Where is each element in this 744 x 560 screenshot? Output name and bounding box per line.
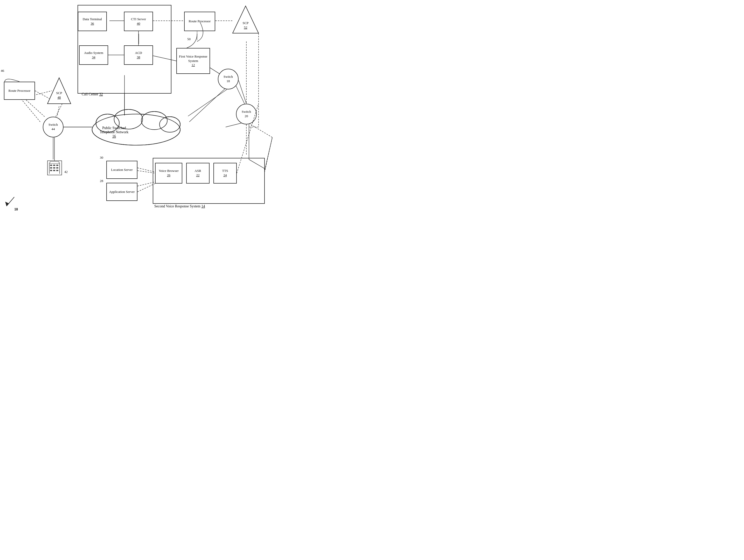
svg-text:Call Center 32: Call Center 32: [82, 92, 103, 96]
svg-rect-57: [53, 167, 55, 169]
asr-num: 22: [196, 173, 200, 178]
svg-rect-56: [50, 167, 52, 169]
audio-system-num: 34: [92, 55, 96, 60]
ref-50-label: 50: [187, 37, 191, 41]
first-vrs-label: First Voice Response System: [177, 54, 210, 63]
svg-line-42: [264, 138, 272, 171]
svg-rect-53: [50, 164, 52, 166]
acd-label: ACD: [135, 51, 142, 55]
app-server-box: Application Server: [106, 183, 138, 201]
route-processor-2-box: Route Processor: [4, 82, 35, 100]
voice-browser-label: Voice Browser: [159, 169, 179, 173]
asr-label: ASR: [194, 169, 201, 173]
fig-label: 10: [14, 208, 18, 212]
scp48-container: SCP 48: [46, 76, 72, 106]
svg-text:52: 52: [244, 26, 248, 29]
route-processor-1-box: Route Processor: [184, 12, 215, 31]
switch20-num: 20: [245, 114, 248, 118]
tts-label: TTS: [222, 169, 228, 173]
switch44-num: 44: [51, 127, 55, 132]
audio-system-box: Audio System 34: [79, 45, 108, 65]
svg-line-41: [246, 122, 272, 138]
svg-rect-54: [53, 164, 55, 166]
svg-rect-59: [50, 170, 52, 171]
data-terminal-num: 36: [91, 22, 94, 26]
ref-30-label: 30: [100, 155, 103, 160]
svg-line-34: [21, 99, 40, 122]
first-vrs-num: 12: [192, 63, 195, 67]
switch20-label: Switch: [242, 110, 251, 114]
scp52-triangle-svg: SCP 52: [231, 5, 260, 36]
phone-icon: [46, 159, 63, 176]
location-server-label: Location Server: [111, 168, 133, 172]
cti-server-label: CTI Server: [131, 17, 146, 22]
svg-text:48: 48: [58, 96, 61, 99]
svg-rect-58: [56, 167, 58, 169]
switch44-label: Switch: [48, 123, 58, 127]
asr-box: ASR 22: [186, 163, 210, 184]
svg-text:SCP: SCP: [243, 21, 249, 25]
switch18-num: 18: [227, 79, 230, 83]
switch18-circle: Switch 18: [218, 69, 238, 89]
svg-marker-64: [5, 202, 9, 206]
cti-server-num: 40: [137, 22, 140, 26]
svg-text:Public Switched: Public Switched: [102, 126, 126, 130]
scp48-triangle-svg: SCP 48: [46, 76, 72, 106]
location-server-box: Location Server: [106, 161, 138, 179]
app-server-label: Application Server: [109, 190, 135, 194]
svg-rect-55: [56, 164, 58, 166]
svg-point-13: [160, 118, 179, 132]
acd-box: ACD 38: [124, 45, 153, 65]
svg-line-38: [135, 167, 157, 173]
svg-line-39: [135, 182, 157, 187]
switch44-circle: Switch 44: [43, 117, 64, 138]
tts-num: 24: [224, 173, 227, 178]
svg-text:Telephone Network: Telephone Network: [100, 130, 128, 134]
svg-text:16: 16: [112, 134, 116, 138]
route-processor-1-label: Route Processor: [189, 19, 211, 24]
svg-text:SCP: SCP: [56, 91, 62, 95]
voice-browser-box: Voice Browser 26: [155, 163, 182, 184]
data-terminal-label: Data Terminal: [83, 17, 102, 22]
ref-28-label: 28: [100, 179, 103, 183]
svg-marker-47: [47, 78, 71, 104]
svg-text:Second Voice Response System 1: Second Voice Response System 14: [154, 204, 205, 208]
switch18-label: Switch: [224, 75, 233, 79]
data-terminal-box: Data Terminal 36: [78, 12, 107, 31]
voice-browser-num: 26: [167, 173, 171, 178]
ref-42-label: 42: [64, 170, 68, 174]
svg-line-30: [189, 88, 226, 122]
svg-rect-61: [56, 170, 58, 171]
route-processor-2-label: Route Processor: [8, 89, 31, 93]
cti-server-box: CTI Server 40: [124, 12, 153, 31]
audio-system-label: Audio System: [84, 51, 103, 55]
svg-rect-60: [53, 170, 55, 171]
tts-box: TTS 24: [214, 163, 237, 184]
ref-46-label: 46: [1, 69, 4, 73]
scp52-container: SCP 52: [231, 5, 260, 36]
first-vrs-box: First Voice Response System 12: [176, 48, 210, 74]
fig-number-arrow: [0, 194, 26, 210]
switch20-circle: Switch 20: [236, 104, 257, 124]
acd-num: 38: [137, 55, 140, 60]
